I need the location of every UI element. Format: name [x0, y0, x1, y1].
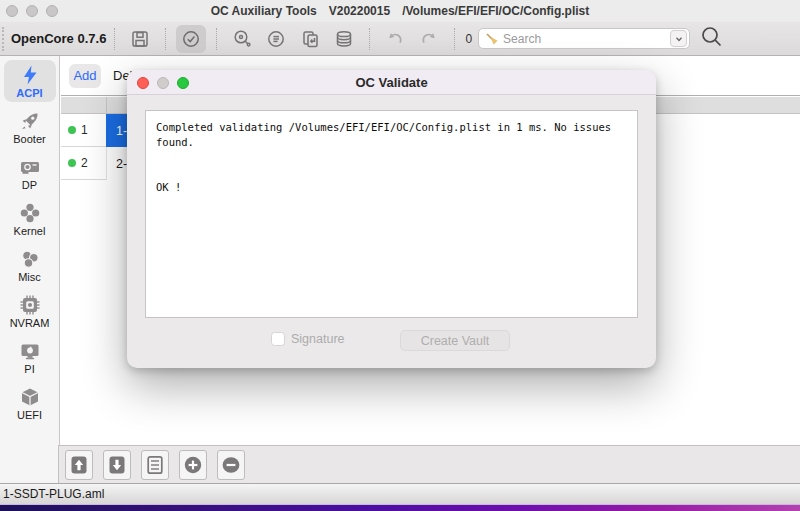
arrow-up-icon — [69, 454, 89, 476]
minus-circle-icon — [221, 454, 241, 476]
arrow-down-icon — [107, 454, 127, 476]
enabled-status-dot — [68, 159, 76, 167]
toolbar-separator — [454, 28, 455, 50]
sidebar-item-label: Booter — [13, 133, 45, 145]
status-bar: 1-SSDT-PLUG.aml — [0, 483, 800, 504]
move-down-button[interactable] — [103, 450, 131, 480]
add-button[interactable]: Add — [69, 64, 101, 88]
toolbar-separator — [114, 28, 115, 50]
dialog-controls: Signature Create Vault — [127, 328, 656, 358]
signature-checkbox[interactable] — [271, 332, 285, 346]
import-plist-button[interactable] — [295, 25, 325, 53]
redo-arrow-icon — [419, 29, 439, 49]
sidebar-item-booter[interactable]: Booter — [4, 106, 56, 148]
display-apple-icon — [19, 340, 41, 362]
check-circle-icon — [181, 29, 201, 49]
dialog-title: OC Validate — [127, 75, 656, 90]
floppy-save-icon — [130, 29, 150, 49]
main-toolbar: OpenCore 0.7.6 — [0, 22, 800, 56]
sidebar-item-label: Misc — [18, 271, 41, 283]
sidebar-item-acpi[interactable]: ACPI — [4, 60, 56, 102]
search-result-count: 0 — [465, 32, 472, 46]
add-row-button[interactable] — [179, 450, 207, 480]
undo-button[interactable] — [380, 25, 410, 53]
close-window-button[interactable] — [6, 5, 18, 17]
row-number: 1 — [81, 123, 88, 137]
sidebar-item-uefi[interactable]: UEFI — [4, 382, 56, 424]
remove-row-button[interactable] — [217, 450, 245, 480]
list-circle-icon — [266, 29, 286, 49]
lightning-icon — [19, 64, 41, 86]
toolbar-drag-handle — [2, 27, 5, 51]
signature-label: Signature — [291, 332, 345, 346]
validation-output[interactable]: Completed validating /Volumes/EFI/EFI/OC… — [145, 110, 638, 318]
minimize-window-button[interactable] — [26, 5, 38, 17]
toolbar-separator — [165, 28, 166, 50]
sidebar-item-label: UEFI — [17, 409, 42, 421]
bottom-accent-bar — [0, 504, 800, 511]
move-up-button[interactable] — [65, 450, 93, 480]
column-divider — [106, 97, 107, 114]
opencore-version-label: OpenCore 0.7.6 — [11, 31, 106, 46]
search-icon-button[interactable] — [700, 25, 723, 52]
list-view-button[interactable] — [141, 450, 169, 480]
row-number-cell: 1 — [61, 114, 106, 147]
dialog-close-button[interactable] — [137, 77, 149, 89]
validate-button[interactable] — [176, 25, 206, 53]
sidebar-item-kernel[interactable]: Kernel — [4, 198, 56, 240]
app-window: OC Auxiliary ToolsV20220015/Volumes/EFI/… — [0, 0, 800, 511]
window-titlebar: OC Auxiliary ToolsV20220015/Volumes/EFI/… — [0, 0, 800, 22]
sidebar-nav: ACPI Booter DP — [0, 56, 60, 484]
chevron-down-icon — [674, 34, 684, 44]
circles-icon — [19, 248, 41, 270]
magnifier-icon — [700, 25, 723, 48]
list-grid-icon — [145, 454, 165, 476]
rocket-icon — [19, 110, 41, 132]
mount-disk-button[interactable] — [227, 25, 257, 53]
signature-checkbox-group: Signature — [271, 332, 345, 346]
create-vault-button[interactable]: Create Vault — [400, 330, 510, 351]
save-button[interactable] — [125, 25, 155, 53]
redo-button[interactable] — [414, 25, 444, 53]
row-number-cell: 2 — [61, 147, 106, 180]
chip-icon — [19, 294, 41, 316]
order-list-button[interactable] — [261, 25, 291, 53]
broom-icon — [485, 32, 499, 46]
database-button[interactable] — [329, 25, 359, 53]
sidebar-item-label: NVRAM — [10, 317, 50, 329]
table-tools-bar — [58, 445, 800, 483]
dialog-traffic-lights — [137, 77, 189, 89]
sidebar-item-label: PI — [24, 363, 34, 375]
sidebar-item-label: Kernel — [14, 225, 46, 237]
window-traffic-lights — [6, 5, 58, 17]
search-field[interactable] — [478, 28, 690, 49]
dialog-minimize-button — [157, 77, 169, 89]
disk-key-icon — [232, 29, 252, 49]
database-icon — [334, 29, 354, 49]
toolbar-separator — [216, 28, 217, 50]
undo-arrow-icon — [385, 29, 405, 49]
sidebar-item-label: ACPI — [16, 87, 42, 99]
window-title: OC Auxiliary ToolsV20220015/Volumes/EFI/… — [0, 4, 800, 18]
sidebar-item-dp[interactable]: DP — [4, 152, 56, 194]
enabled-status-dot — [68, 126, 76, 134]
sidebar-item-pi[interactable]: PI — [4, 336, 56, 378]
sidebar-item-misc[interactable]: Misc — [4, 244, 56, 286]
oc-validate-dialog: OC Validate Completed validating /Volume… — [127, 70, 656, 368]
gpu-card-icon — [19, 156, 41, 178]
search-dropdown-button[interactable] — [670, 30, 687, 47]
zoom-window-button[interactable] — [46, 5, 58, 17]
clover-icon — [19, 202, 41, 224]
search-input[interactable] — [503, 32, 670, 46]
dialog-titlebar: OC Validate — [127, 70, 656, 95]
copy-arrow-icon — [300, 29, 320, 49]
toolbar-separator — [369, 28, 370, 50]
open-file-path: /Volumes/EFI/EFI/OC/Config.plist — [402, 4, 589, 18]
sidebar-item-nvram[interactable]: NVRAM — [4, 290, 56, 332]
status-text: 1-SSDT-PLUG.aml — [3, 487, 104, 501]
row-number: 2 — [81, 156, 88, 170]
app-name: OC Auxiliary Tools — [211, 4, 317, 18]
cube-icon — [19, 386, 41, 408]
dialog-zoom-button[interactable] — [177, 77, 189, 89]
sidebar-item-label: DP — [22, 179, 37, 191]
